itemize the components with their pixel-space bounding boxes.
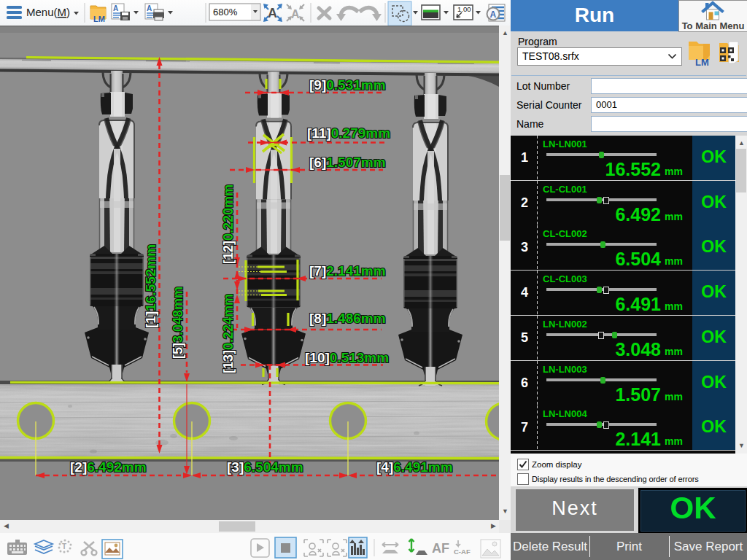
svg-text:[9]0.531mm: [9]0.531mm	[309, 77, 386, 93]
svg-text:AF: AF	[432, 541, 449, 556]
svg-text:[10]0.513mm: [10]0.513mm	[305, 350, 389, 365]
svg-text:[11]0.279mm: [11]0.279mm	[307, 125, 390, 141]
svg-text:A: A	[147, 4, 152, 12]
svg-text:1.00: 1.00	[457, 5, 471, 13]
svg-text:[5]3.048mm: [5]3.048mm	[171, 287, 185, 359]
svg-text:[6]1.507mm: [6]1.507mm	[309, 155, 386, 170]
svg-text:A: A	[291, 8, 300, 20]
svg-text:T: T	[62, 542, 66, 551]
svg-text:Menu(M): Menu(M)	[26, 6, 70, 18]
svg-text:[2]6.492mm: [2]6.492mm	[70, 459, 147, 475]
svg-text:680%: 680%	[213, 7, 238, 18]
svg-text:[8]1.486mm: [8]1.486mm	[309, 311, 386, 326]
svg-text:A: A	[268, 6, 277, 20]
svg-text:A: A	[113, 4, 118, 12]
svg-text:[3]6.504mm: [3]6.504mm	[227, 459, 303, 475]
svg-text:[13]0.224mm: [13]0.224mm	[221, 294, 236, 373]
svg-text:[1]16.552mm: [1]16.552mm	[143, 244, 158, 328]
svg-text:LM: LM	[695, 57, 709, 67]
svg-text:LM: LM	[93, 15, 105, 23]
svg-text:C-AF: C-AF	[454, 548, 471, 556]
svg-text:[7]2.141mm: [7]2.141mm	[309, 263, 386, 279]
svg-text:[12]0.220mm: [12]0.220mm	[221, 184, 236, 264]
svg-text:A: A	[490, 9, 497, 20]
svg-text:[4]6.491mm: [4]6.491mm	[376, 459, 453, 475]
